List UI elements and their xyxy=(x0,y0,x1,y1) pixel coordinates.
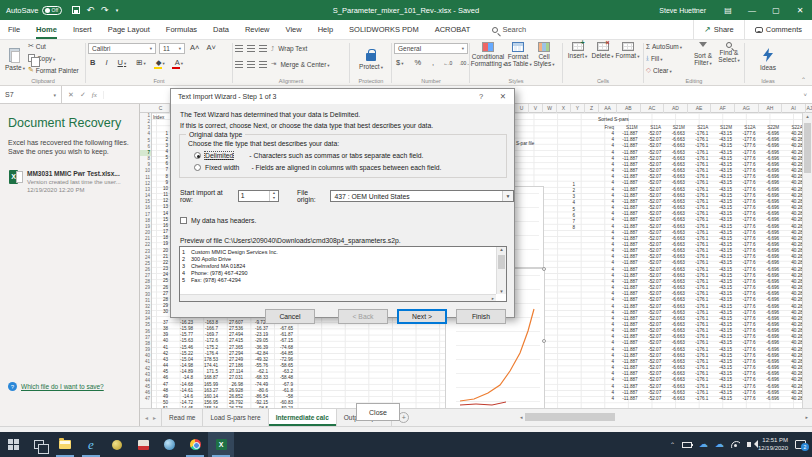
notification-icon[interactable]: 2 xyxy=(795,440,806,449)
ideas-button[interactable]: Ideas xyxy=(747,40,789,78)
cell[interactable]: 25 xyxy=(153,278,168,283)
fill-button[interactable]: ⤓Fill xyxy=(646,52,690,64)
column-header-V[interactable]: V xyxy=(529,104,543,113)
copy-button[interactable]: Copy xyxy=(28,52,79,64)
horizontal-scrollbar[interactable]: ◂ ▸ xyxy=(520,411,808,423)
autosum-button[interactable]: ΣAutoSum xyxy=(646,40,690,52)
font-family-select[interactable]: Calibri▾ xyxy=(88,43,156,54)
cell[interactable]: 6 xyxy=(153,161,168,166)
horizontal-scrollbar-thumb[interactable] xyxy=(525,413,615,421)
dialog-title-bar[interactable]: Text Import Wizard - Step 1 of 3 ? ✕ xyxy=(171,89,514,104)
cell[interactable]: 21 xyxy=(153,254,168,259)
number-format-select[interactable]: General▾ xyxy=(394,43,468,54)
cell[interactable]: 15 xyxy=(153,217,168,222)
cell[interactable]: -11.887 xyxy=(616,396,640,402)
column-header-AA[interactable]: AA xyxy=(599,104,617,113)
cell[interactable]: 30 xyxy=(153,309,168,314)
cell[interactable]: -6.696 xyxy=(758,396,782,402)
cell[interactable]: -177.6 xyxy=(734,396,758,402)
taskbar-app-app-red[interactable] xyxy=(130,432,156,457)
ribbon-tab-view[interactable]: View xyxy=(278,20,310,39)
align-center-icon[interactable] xyxy=(247,61,255,68)
finish-button[interactable]: Finish xyxy=(456,309,506,324)
wrap-text-button[interactable]: Wrap Text xyxy=(278,45,307,52)
ribbon-tab-acrobat[interactable]: ACROBAT xyxy=(427,20,479,39)
column-header-AF[interactable]: AF xyxy=(711,104,735,113)
qat-customize-icon[interactable]: ▾ xyxy=(116,7,119,13)
hscroll-right-icon[interactable]: ▸ xyxy=(805,414,808,420)
ribbon-tab-solidworks-pdm[interactable]: SOLIDWORKS PDM xyxy=(341,20,427,39)
orientation-icon[interactable]: ⤴ xyxy=(271,45,274,52)
find-select-button[interactable]: Find & Select xyxy=(716,40,742,78)
underline-button[interactable]: U xyxy=(116,58,129,67)
preview-horizontal-scrollbar[interactable]: ▸ xyxy=(180,294,496,301)
conditional-formatting-button[interactable]: Conditional Formatting xyxy=(472,40,504,78)
ribbon-tab-data[interactable]: Data xyxy=(205,20,237,39)
ribbon-tab-home[interactable]: Home xyxy=(28,20,65,39)
name-box[interactable]: S7 ▾ xyxy=(0,86,62,103)
cell[interactable]: 17 xyxy=(153,229,168,234)
ribbon-tab-help[interactable]: Help xyxy=(310,20,341,39)
align-middle-icon[interactable] xyxy=(247,45,255,52)
cell[interactable]: 5 xyxy=(565,207,575,212)
cell[interactable]: 10 xyxy=(153,186,168,191)
taskbar-app-app-yellow[interactable] xyxy=(104,432,130,457)
taskbar-clock[interactable]: 12:51 PM 12/19/2020 xyxy=(758,437,788,453)
dropdown-arrow-icon[interactable]: ▼ xyxy=(502,191,513,201)
spar-data-table[interactable]: Sorted S-pars FreqS11MS11AS21MS21AS12MS1… xyxy=(598,116,805,402)
format-as-table-button[interactable]: Format as Table xyxy=(504,40,532,78)
sheet-tab-intermediate-calc[interactable]: Intermediate calc xyxy=(269,409,337,426)
share-button[interactable]: ↗ Share xyxy=(693,20,744,39)
confirm-entry-icon[interactable]: ✓ xyxy=(80,91,86,99)
cell[interactable]: 8 xyxy=(153,174,168,179)
hscroll-left-icon[interactable]: ◂ xyxy=(520,414,523,420)
onedrive-icon[interactable]: ☁ xyxy=(699,440,708,449)
expand-formula-bar-icon[interactable]: ˅ xyxy=(798,92,812,98)
taskbar-app-start[interactable] xyxy=(0,432,26,457)
sheet-tab-read-me[interactable]: Read me xyxy=(161,409,203,426)
protect-button[interactable]: Protect xyxy=(352,40,390,78)
column-header-AE[interactable]: AE xyxy=(688,104,712,113)
insert-function-icon[interactable]: fx xyxy=(92,91,97,99)
volume-icon[interactable] xyxy=(747,442,751,447)
autosave-toggle[interactable]: AutoSave Off xyxy=(6,6,62,15)
cell[interactable]: 20 xyxy=(153,248,168,253)
column-header-AI[interactable]: AI xyxy=(782,104,806,113)
comma-style-button[interactable]: , xyxy=(430,58,436,67)
format-cells-button[interactable]: Format xyxy=(615,40,640,78)
collapse-ribbon-icon[interactable]: ⌃ xyxy=(801,76,806,83)
row-header-47[interactable]: 47 xyxy=(140,396,151,402)
cell[interactable]: 9 xyxy=(153,180,168,185)
cell[interactable]: 22 xyxy=(153,260,168,265)
cell[interactable]: 16 xyxy=(153,223,168,228)
percent-button[interactable]: % xyxy=(412,58,423,67)
sort-filter-button[interactable]: Sort & Filter xyxy=(690,40,716,78)
row-headers[interactable]: 1234567891011121314151617181920212223242… xyxy=(140,113,152,408)
sheet-nav-right-icon[interactable]: ▸ xyxy=(153,414,156,421)
cancel-button[interactable]: Cancel xyxy=(265,309,315,324)
ribbon-tab-formulas[interactable]: Formulas xyxy=(158,20,205,39)
merge-center-button[interactable]: Merge & Center xyxy=(280,61,329,68)
preview-vertical-scrollbar[interactable]: ▲▼ xyxy=(496,247,506,294)
cell[interactable]: 7 xyxy=(153,167,168,172)
italic-button[interactable]: I xyxy=(103,58,109,67)
recovery-close-button[interactable]: Close xyxy=(356,403,400,421)
onedrive-icon[interactable]: ☁ xyxy=(715,440,724,449)
paste-button[interactable]: Paste xyxy=(2,40,28,78)
delimited-radio[interactable]: Delimited - Characters such as commas or… xyxy=(194,152,424,159)
back-button[interactable]: < Back xyxy=(338,309,388,324)
cell[interactable]: 23 xyxy=(153,266,168,271)
delete-cells-button[interactable]: Delete xyxy=(590,40,615,78)
font-size-select[interactable]: 11▾ xyxy=(159,43,185,54)
hidden-icons-chevron-icon[interactable]: ⌃ xyxy=(670,441,675,448)
undo-icon[interactable]: ↶ xyxy=(87,5,95,15)
column-header-U[interactable]: U xyxy=(515,104,529,113)
currency-button[interactable]: $ xyxy=(394,58,405,67)
dialog-help-button[interactable]: ? xyxy=(470,89,492,104)
cell[interactable]: 3 xyxy=(565,194,575,199)
font-color-button[interactable]: A xyxy=(173,58,185,67)
chart-selection-handle[interactable] xyxy=(542,267,546,271)
next-button[interactable]: Next > xyxy=(397,309,447,324)
cell-styles-button[interactable]: Cell Styles xyxy=(532,40,556,78)
redo-icon[interactable]: ↷ xyxy=(101,5,109,15)
